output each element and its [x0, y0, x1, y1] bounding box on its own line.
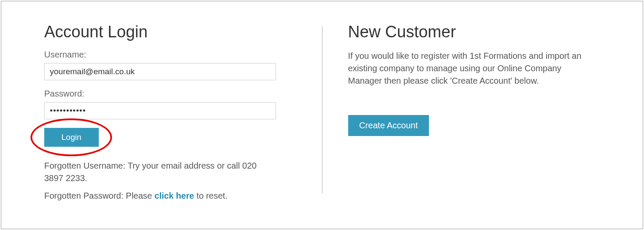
login-button[interactable]: Login: [44, 128, 99, 147]
password-input[interactable]: [44, 102, 276, 119]
login-heading: Account Login: [44, 23, 296, 41]
username-label: Username:: [44, 50, 296, 60]
forgot-username-text: Forgotten Username: Try your email addre…: [44, 160, 259, 185]
login-section: Account Login Username: Password: Login …: [44, 23, 322, 216]
new-customer-description: If you would like to register with 1st F…: [348, 50, 589, 87]
new-customer-heading: New Customer: [348, 23, 600, 41]
password-label: Password:: [44, 89, 296, 99]
forgot-password-prefix: Forgotten Password: Please: [44, 191, 155, 200]
forgot-password-suffix: to reset.: [194, 191, 228, 200]
forgot-password-link[interactable]: click here: [155, 191, 194, 200]
create-account-button[interactable]: Create Account: [348, 115, 429, 136]
main-container: Account Login Username: Password: Login …: [1, 1, 643, 229]
username-input[interactable]: [44, 63, 276, 80]
login-button-wrap: Login: [44, 128, 99, 147]
new-customer-section: New Customer If you would like to regist…: [322, 23, 600, 216]
forgot-password-text: Forgotten Password: Please click here to…: [44, 190, 259, 202]
